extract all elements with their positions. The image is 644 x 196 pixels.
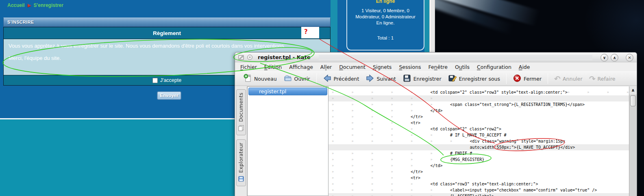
desktop: Accueil ▶ S'enregistrer S'INSCRIRE Règle… bbox=[0, 0, 644, 196]
tab-marker-icon: » bbox=[411, 181, 431, 187]
tab-marker-icon: » bbox=[332, 89, 352, 95]
pr-c-dent-button[interactable]: Précédent bbox=[320, 73, 363, 85]
tab-marker-icon: » bbox=[352, 187, 372, 193]
menu-affichage[interactable]: Affichage bbox=[285, 63, 317, 71]
code-editor[interactable]: »»»»»<td colspan="2" class="row3" style=… bbox=[329, 86, 629, 196]
kate-app-icon bbox=[238, 54, 244, 60]
nouveau-button[interactable]: Nouveau bbox=[240, 73, 280, 85]
suivant-button[interactable]: Suivant bbox=[362, 73, 399, 85]
shade-button[interactable]: ∨ bbox=[600, 54, 608, 62]
window-menu-icon[interactable] bbox=[247, 54, 253, 60]
tab-marker-icon: » bbox=[431, 138, 450, 144]
code-line: »»»»»</td> bbox=[329, 108, 629, 114]
titlebar-grip-lines bbox=[319, 55, 592, 60]
menu-document[interactable]: Document bbox=[335, 63, 369, 71]
redo-icon: ↷ bbox=[589, 75, 596, 83]
back-arrow-icon bbox=[323, 74, 332, 84]
menu-fichier[interactable]: Fichier bbox=[237, 63, 261, 71]
kate-toolbar: NouveauOuvrirPrécédentSuivantEnregistrer… bbox=[235, 71, 637, 86]
tab-marker-icon: » bbox=[352, 132, 372, 138]
tab-marker-icon: » bbox=[391, 150, 411, 156]
tab-marker-icon: » bbox=[352, 150, 372, 156]
code-text: auto;width:550px;">{L_HAVE_TO_ACCEPT}</d… bbox=[470, 145, 575, 150]
breadcrumb-register-link[interactable]: S'enregistrer bbox=[33, 2, 63, 8]
breadcrumb-home-link[interactable]: Accueil bbox=[7, 2, 25, 8]
tab-marker-icon: » bbox=[391, 108, 411, 114]
tab-marker-icon: » bbox=[391, 163, 411, 169]
menu-outils[interactable]: Outils bbox=[451, 63, 473, 71]
tab-marker-icon: » bbox=[371, 138, 391, 144]
tab-marker-icon: » bbox=[391, 156, 411, 163]
ouvrir-button[interactable]: Ouvrir bbox=[280, 73, 313, 85]
tab-marker-icon: » bbox=[332, 163, 352, 169]
tab-marker-icon: » bbox=[371, 126, 391, 132]
code-text: </tr> bbox=[411, 170, 423, 174]
submit-button[interactable]: Envoyer bbox=[157, 92, 181, 99]
fermer-button[interactable]: Fermer bbox=[509, 73, 545, 85]
menu-fenêtre[interactable]: Fenêtre bbox=[425, 63, 451, 71]
menu-aide[interactable]: Aide bbox=[515, 63, 534, 71]
tab-marker-icon: » bbox=[450, 138, 470, 144]
kate-menubar: FichierÉditionAffichageAllerDocumentSign… bbox=[235, 62, 637, 71]
accept-checkbox[interactable] bbox=[152, 78, 158, 83]
refaire-button[interactable]: ↷Refaire bbox=[586, 74, 619, 84]
save-icon bbox=[402, 74, 411, 84]
code-line: »»»»</tr> bbox=[329, 169, 629, 175]
kate-body: DocumentsExplorateur register.tpl »»»»»<… bbox=[235, 86, 637, 196]
toolbar-button-label: Nouveau bbox=[254, 76, 277, 82]
tab-marker-icon: » bbox=[332, 187, 352, 193]
menu-sessions[interactable]: Sessions bbox=[395, 63, 424, 71]
enregistrer-sous-button[interactable]: Enregistrer sous bbox=[445, 73, 503, 85]
dock-tab-explorateur[interactable]: Explorateur bbox=[236, 139, 246, 186]
scrollbar-up-arrow[interactable]: ∧ bbox=[629, 86, 637, 95]
tab-marker-icon: » bbox=[332, 120, 352, 126]
tab-marker-icon: » bbox=[391, 175, 411, 181]
tab-marker-icon: » bbox=[352, 101, 372, 108]
tab-marker-icon: » bbox=[411, 187, 431, 193]
code-line: »»»»»»<label><input type="checkbox" name… bbox=[329, 187, 629, 193]
tab-marker-icon: » bbox=[332, 150, 352, 156]
close-button[interactable]: ✕ bbox=[626, 54, 633, 62]
tab-marker-icon: » bbox=[431, 150, 450, 156]
tab-marker-icon: » bbox=[332, 108, 352, 114]
tab-marker-icon: » bbox=[411, 89, 431, 95]
code-line: »»»»»»<span class="text_strong">{L_REGIS… bbox=[329, 101, 629, 108]
new-document-icon bbox=[243, 74, 252, 84]
code-line: auto;width:550px;">{L_HAVE_TO_ACCEPT}</d… bbox=[329, 144, 629, 150]
open-folder-icon bbox=[283, 74, 292, 84]
tab-marker-icon: » bbox=[391, 114, 411, 120]
tab-marker-icon: » bbox=[431, 156, 450, 163]
menu-édition[interactable]: Édition bbox=[261, 63, 285, 71]
browser-scrollbar[interactable] bbox=[429, 0, 435, 52]
editor-scrollbar[interactable]: ∧ bbox=[629, 86, 637, 196]
code-line: »»»»»» bbox=[329, 95, 629, 101]
tab-marker-icon: » bbox=[431, 187, 450, 193]
enregistrer-button[interactable]: Enregistrer bbox=[399, 73, 445, 85]
kate-titlebar[interactable]: register.tpl - Kate ∨∧✕ bbox=[235, 53, 637, 62]
tab-marker-icon: » bbox=[411, 163, 431, 169]
scrollbar-thumb[interactable] bbox=[630, 95, 636, 106]
tab-marker-icon: » bbox=[391, 126, 411, 132]
menu-aller[interactable]: Aller bbox=[317, 63, 335, 71]
tab-marker-icon: » bbox=[411, 101, 431, 108]
undo-icon: ↶ bbox=[554, 75, 561, 83]
tab-marker-icon: » bbox=[332, 101, 352, 108]
toolbar-button-label: Refaire bbox=[598, 76, 616, 82]
tab-marker-icon: » bbox=[411, 193, 431, 196]
help-tooltip-box[interactable]: ? bbox=[301, 27, 319, 38]
code-line: »»»»<tr> bbox=[329, 175, 629, 181]
dock-tab-documents[interactable]: Documents bbox=[236, 89, 246, 135]
file-list-item-selected[interactable]: register.tpl bbox=[248, 88, 327, 95]
tab-marker-icon: » bbox=[332, 138, 352, 144]
maximize-button[interactable]: ∧ bbox=[611, 54, 618, 62]
annuler-button[interactable]: ↶Annuler bbox=[551, 74, 586, 84]
breadcrumb: Accueil ▶ S'enregistrer bbox=[7, 2, 63, 8]
code-line: »»»»</tr> bbox=[329, 114, 629, 120]
tab-marker-icon: » bbox=[332, 193, 352, 196]
menu-configuration[interactable]: Configuration bbox=[473, 63, 515, 71]
code-line: »»»»»»{L_ACCEPT}</label> bbox=[329, 193, 629, 196]
code-text: <tr> bbox=[411, 176, 420, 180]
online-total: Total : 1 bbox=[347, 35, 424, 40]
code-text: </td> bbox=[431, 108, 443, 113]
menu-signets[interactable]: Signets bbox=[369, 63, 395, 71]
